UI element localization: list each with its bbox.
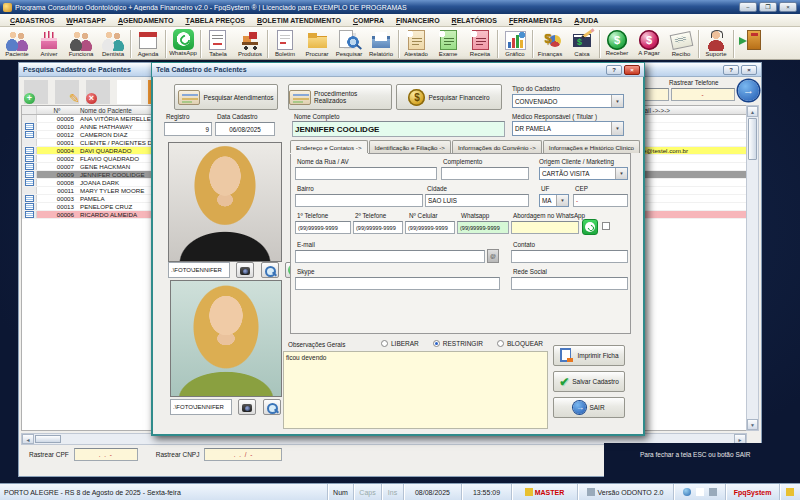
menu-item-6[interactable]: FINANCEIRO: [390, 14, 446, 26]
abordagem-input[interactable]: [511, 221, 579, 234]
toolbar-item-whatsapp[interactable]: WhatsApp: [167, 28, 199, 57]
toolbar-item-birthday[interactable]: Aniver: [33, 28, 65, 58]
menu-item-1[interactable]: WHATSAPP: [60, 14, 112, 26]
toolbar-item-dentist[interactable]: Dentista: [97, 28, 129, 58]
bairro-input[interactable]: [295, 194, 423, 207]
toolbar-item-receive[interactable]: $Receber: [601, 28, 633, 57]
search-photo-icon[interactable]: [261, 262, 279, 278]
toolbar-item-finance[interactable]: $Finanças: [534, 28, 566, 58]
toolbar-item-exam[interactable]: Exame: [432, 28, 464, 58]
add-record-icon[interactable]: +: [24, 80, 48, 104]
tab-3[interactable]: Informações e Histórico Clinico: [543, 140, 640, 153]
close-button[interactable]: ×: [779, 2, 797, 12]
restore-button[interactable]: ❐: [759, 2, 777, 12]
menu-item-2[interactable]: AGENDAMENTO: [112, 14, 180, 26]
close-icon[interactable]: ×: [741, 65, 757, 75]
tipo-cadastro-select[interactable]: CONVENIADO: [512, 94, 624, 108]
rede-social-input[interactable]: [511, 277, 628, 290]
radio-liberar[interactable]: LIBERAR: [381, 340, 419, 347]
edit-record-icon[interactable]: ✎: [55, 80, 79, 104]
camera-icon[interactable]: [236, 262, 254, 278]
vertical-scrollbar[interactable]: ▲ ▼: [746, 105, 759, 431]
globe-icon[interactable]: [683, 488, 691, 496]
imprimir-ficha-button[interactable]: Imprimir Ficha: [553, 345, 625, 366]
vertical-scroll-thumb[interactable]: [748, 118, 757, 160]
toolbar-item-pay[interactable]: $A Pagar: [633, 28, 665, 57]
search-photo-icon[interactable]: [263, 399, 281, 415]
scroll-up-icon[interactable]: ▲: [747, 106, 758, 117]
toolbar-item-search-docs[interactable]: Pesquisar: [333, 28, 365, 58]
toolbar-item-cash-register[interactable]: $Caixa: [566, 28, 598, 58]
rastrear-telefone-input[interactable]: -: [671, 88, 735, 101]
observacoes-textarea[interactable]: ficou devendo: [283, 351, 548, 429]
rastrear-cnpj-input[interactable]: . . / -: [204, 448, 282, 461]
horizontal-scroll-thumb[interactable]: [35, 435, 61, 443]
dialog-close-icon[interactable]: ×: [624, 65, 640, 75]
toolbar-item-bulletin[interactable]: Boletim: [269, 28, 301, 58]
menu-item-8[interactable]: FERRAMENTAS: [503, 14, 568, 26]
data-cadastro-field[interactable]: 06/08/2025: [215, 122, 275, 136]
rua-input[interactable]: [295, 167, 437, 180]
dialog-titlebar[interactable]: Tela Cadastro de Pacientes ? ×: [152, 63, 644, 77]
skype-input[interactable]: [295, 277, 500, 290]
menu-item-7[interactable]: RELATÓRIOS: [446, 14, 503, 26]
menu-item-0[interactable]: CADASTROS: [4, 14, 60, 26]
menu-item-9[interactable]: AJUDA: [568, 14, 604, 26]
send-email-icon[interactable]: @: [487, 249, 499, 263]
toolbar-item-folder-search[interactable]: Procurar: [301, 28, 333, 58]
procedimentos-realizados-button[interactable]: Procedimentos Realizados: [288, 84, 392, 110]
rastrear-telefone-go-button[interactable]: →: [738, 80, 759, 101]
medico-responsavel-select[interactable]: DR PAMELA: [512, 121, 624, 136]
radio-restringir[interactable]: RESTRINGIR: [433, 340, 483, 347]
email-input[interactable]: [295, 250, 485, 263]
toolbar-item-report[interactable]: Relatório: [365, 28, 397, 58]
cep-input[interactable]: -: [573, 194, 628, 207]
photo-path-field[interactable]: .\FOTO\JENNIFER: [168, 262, 230, 278]
minimize-button[interactable]: −: [739, 2, 757, 12]
telefone2-input[interactable]: (99)99999-9999: [353, 221, 403, 234]
toolbar-item-staff[interactable]: Funciona: [65, 28, 97, 58]
delete-record-icon[interactable]: ×: [86, 80, 110, 104]
toolbar-item-prescription[interactable]: Receita: [464, 28, 496, 58]
tab-2[interactable]: Informações do Convênio ->: [452, 140, 542, 153]
salvar-cadastro-button[interactable]: ✔ Salvar Cadastro: [553, 371, 625, 392]
toolbar-item-support[interactable]: Suporte: [700, 28, 732, 58]
toolbar-item-calendar[interactable]: Agenda: [132, 28, 164, 58]
menu-item-4[interactable]: BOLETIM ATENDIMENTO: [251, 14, 347, 26]
whatsapp-send-icon[interactable]: [582, 219, 598, 235]
help-icon[interactable]: ?: [723, 65, 739, 75]
menu-item-3[interactable]: TABELA PREÇOS: [179, 14, 251, 26]
cidade-input[interactable]: SAO LUIS: [425, 194, 529, 207]
tab-1[interactable]: Identificação e Filiação ->: [369, 140, 451, 153]
print-icon[interactable]: [117, 80, 141, 104]
radio-bloquear[interactable]: BLOQUEAR: [497, 340, 543, 347]
whatsapp-input[interactable]: (99)99999-9999: [457, 221, 509, 234]
toolbar-item-certificate[interactable]: Atestado: [400, 28, 432, 58]
rastrear-cpf-input[interactable]: . . -: [74, 448, 138, 461]
celular-input[interactable]: (99)99999-9999: [405, 221, 455, 234]
pesquisar-financeiro-button[interactable]: $ Pesquisar Financeiro: [396, 84, 502, 110]
toolbar-item-exit[interactable]: [735, 28, 767, 51]
photo-path-field[interactable]: .\FOTO\JENNIFER: [170, 399, 232, 415]
scroll-left-icon[interactable]: ◄: [22, 434, 34, 444]
telefone1-input[interactable]: (99)99999-9999: [295, 221, 351, 234]
display-icon[interactable]: [709, 488, 717, 496]
rastrear-telefone-ddd-input[interactable]: [641, 88, 669, 101]
menu-item-5[interactable]: COMPRA: [347, 14, 390, 26]
origem-select[interactable]: CARTÃO VISITA: [539, 167, 628, 180]
camera-icon[interactable]: [238, 399, 256, 415]
toolbar-item-patients[interactable]: Paciente: [1, 28, 33, 58]
tab-0[interactable]: Endereço e Contatos ->: [290, 140, 368, 153]
whatsapp-checkbox[interactable]: [602, 222, 610, 230]
toolbar-item-price-table[interactable]: Tabela: [202, 28, 234, 58]
registro-field[interactable]: 9: [164, 122, 212, 136]
uf-select[interactable]: MA: [539, 194, 569, 207]
dialog-help-icon[interactable]: ?: [606, 65, 622, 75]
complemento-input[interactable]: [441, 167, 529, 180]
printer-icon[interactable]: [696, 488, 704, 496]
pesquisar-atendimentos-button[interactable]: Pesquisar Atendimentos: [174, 84, 278, 110]
toolbar-item-chart[interactable]: Gráfico: [499, 28, 531, 58]
contato-input[interactable]: [511, 250, 628, 263]
toolbar-item-products[interactable]: Produtos: [234, 28, 266, 58]
nome-completo-field[interactable]: JENNIFER COOLIDGE: [292, 121, 505, 137]
